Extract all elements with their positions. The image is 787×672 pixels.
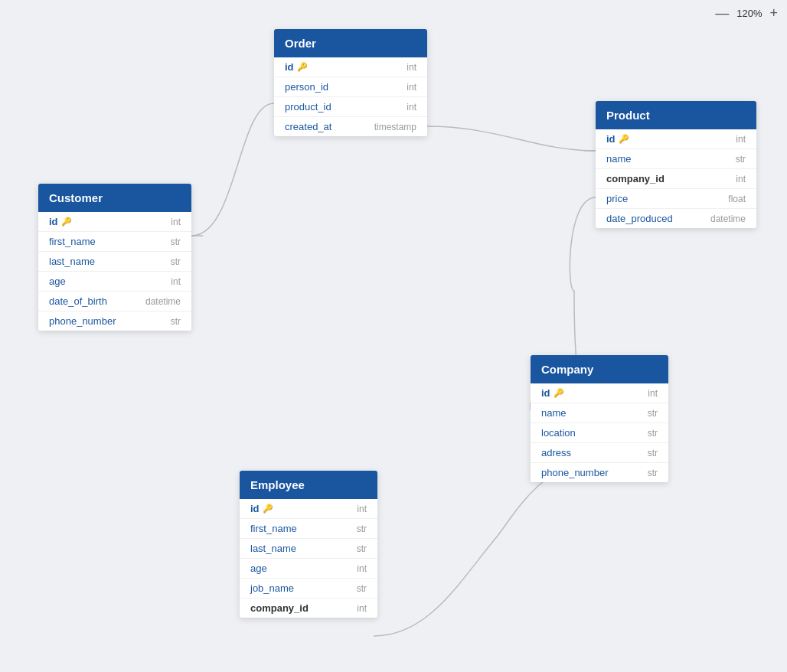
field-name: date_produced	[606, 213, 673, 224]
field-type: datetime	[145, 296, 181, 307]
key-icon: 🔑	[554, 388, 564, 398]
field-type: int	[407, 62, 416, 73]
table-employee: Employee id 🔑 int first_name str last_na…	[240, 471, 377, 618]
field-type: float	[728, 194, 746, 204]
field-name: first_name	[250, 523, 297, 534]
field-type: int	[736, 174, 746, 184]
table-employee-body: id 🔑 int first_name str last_name str ag…	[240, 499, 377, 618]
table-row: person_id int	[274, 77, 427, 97]
field-type: str	[171, 256, 181, 267]
field-name: last_name	[250, 543, 296, 554]
field-name: price	[606, 193, 628, 204]
table-company-header: Company	[531, 355, 668, 383]
key-icon: 🔑	[61, 217, 72, 227]
field-type: int	[357, 563, 367, 574]
field-type: int	[357, 504, 367, 514]
table-row: price float	[596, 189, 756, 209]
field-type: timestamp	[374, 122, 416, 132]
field-name: date_of_birth	[49, 295, 107, 307]
field-type: int	[171, 276, 181, 287]
field-name: first_name	[49, 236, 96, 247]
table-row: first_name str	[38, 232, 191, 252]
field-name: created_at	[285, 121, 331, 132]
field-type: str	[648, 448, 658, 458]
table-row: created_at timestamp	[274, 117, 427, 136]
field-type: str	[736, 154, 746, 165]
table-row: company_id int	[240, 599, 377, 618]
field-name: id	[606, 133, 616, 145]
field-type: str	[357, 543, 367, 554]
field-name: location	[541, 427, 576, 439]
field-type: str	[171, 316, 181, 327]
field-type: int	[736, 134, 746, 145]
table-row: name str	[531, 403, 668, 423]
table-company: Company id 🔑 int name str location str a…	[531, 355, 668, 482]
field-type: str	[648, 408, 658, 419]
field-type: str	[357, 583, 367, 594]
zoom-controls: — 120% +	[712, 5, 781, 21]
zoom-in-button[interactable]: +	[766, 5, 781, 21]
field-name: product_id	[285, 101, 331, 113]
table-employee-header: Employee	[240, 471, 377, 499]
table-row: id 🔑 int	[596, 129, 756, 149]
field-type: int	[407, 102, 416, 113]
table-row: id 🔑 int	[38, 212, 191, 232]
table-row: job_name str	[240, 579, 377, 599]
table-customer: Customer id 🔑 int first_name str last_na…	[38, 184, 191, 331]
field-type: str	[648, 428, 658, 439]
table-row: product_id int	[274, 97, 427, 117]
table-row: last_name str	[240, 539, 377, 559]
field-name: age	[49, 276, 66, 287]
table-row: age int	[240, 559, 377, 579]
zoom-out-button[interactable]: —	[712, 5, 732, 21]
table-company-body: id 🔑 int name str location str adress st…	[531, 383, 668, 482]
field-type: int	[171, 217, 181, 227]
zoom-level-display: 120%	[736, 8, 762, 19]
field-name: last_name	[49, 256, 95, 267]
field-name: company_id	[250, 602, 309, 614]
table-order-header: Order	[274, 29, 427, 57]
key-icon: 🔑	[297, 62, 308, 72]
field-name: id	[250, 503, 260, 514]
table-order: Order id 🔑 int person_id int product_id …	[274, 29, 427, 136]
field-type: int	[648, 388, 658, 399]
field-name: name	[606, 153, 632, 165]
field-type: str	[648, 468, 658, 478]
table-row: id 🔑 int	[240, 499, 377, 519]
table-row: last_name str	[38, 252, 191, 272]
key-icon: 🔑	[619, 134, 629, 144]
table-row: name str	[596, 149, 756, 169]
table-row: location str	[531, 423, 668, 443]
table-product: Product id 🔑 int name str company_id int…	[596, 101, 756, 228]
field-name: company_id	[606, 173, 665, 184]
table-row: phone_number str	[531, 463, 668, 482]
field-type: int	[357, 603, 367, 614]
field-name: adress	[541, 447, 571, 458]
table-row: id 🔑 int	[531, 383, 668, 403]
table-customer-header: Customer	[38, 184, 191, 212]
field-type: int	[407, 82, 416, 93]
table-customer-body: id 🔑 int first_name str last_name str ag…	[38, 212, 191, 331]
table-product-body: id 🔑 int name str company_id int price f…	[596, 129, 756, 228]
table-order-body: id 🔑 int person_id int product_id int cr…	[274, 57, 427, 136]
field-name: id	[49, 216, 58, 227]
field-name: person_id	[285, 81, 328, 93]
field-name: age	[250, 563, 267, 574]
table-row: first_name str	[240, 519, 377, 539]
table-row: company_id int	[596, 169, 756, 189]
table-row: date_produced datetime	[596, 209, 756, 228]
field-name: phone_number	[541, 467, 608, 478]
table-product-header: Product	[596, 101, 756, 129]
table-row: date_of_birth datetime	[38, 292, 191, 312]
field-name: id	[541, 387, 550, 399]
key-icon: 🔑	[263, 504, 273, 514]
table-row: id 🔑 int	[274, 57, 427, 77]
field-type: datetime	[710, 214, 746, 224]
table-row: phone_number str	[38, 312, 191, 331]
table-row: age int	[38, 272, 191, 292]
field-type: str	[357, 524, 367, 534]
field-name: job_name	[250, 582, 294, 594]
field-name: phone_number	[49, 315, 116, 327]
table-row: adress str	[531, 443, 668, 463]
field-type: str	[171, 237, 181, 247]
